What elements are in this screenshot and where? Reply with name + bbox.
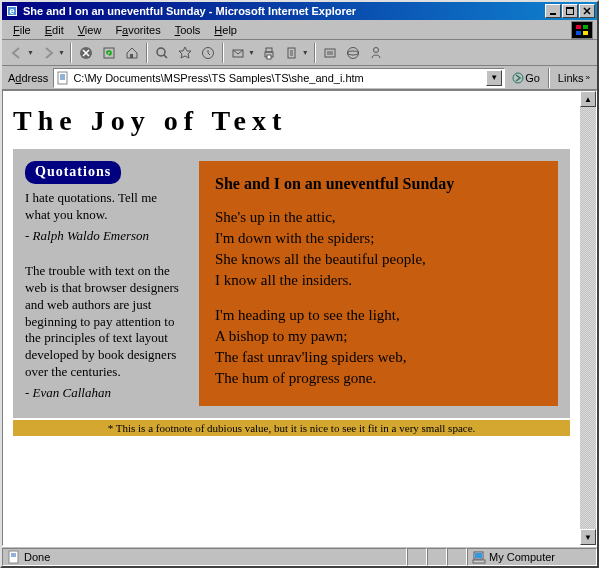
history-button[interactable] <box>197 42 219 64</box>
back-dropdown[interactable]: ▼ <box>27 49 36 56</box>
menu-view[interactable]: View <box>71 22 109 38</box>
stop-button[interactable] <box>75 42 97 64</box>
svg-point-20 <box>347 47 358 58</box>
poem-line: A bishop to my pawn; <box>215 326 542 347</box>
scroll-down-button[interactable]: ▼ <box>580 529 596 545</box>
address-dropdown[interactable]: ▼ <box>486 70 502 86</box>
favorites-button[interactable] <box>174 42 196 64</box>
svg-rect-25 <box>9 551 18 563</box>
zone-text: My Computer <box>489 551 555 563</box>
page-heading: The Joy of Text <box>13 105 570 137</box>
toolbar-separator <box>70 43 72 63</box>
go-button[interactable]: Go <box>508 68 543 88</box>
page-content: The Joy of Text Quotations I hate quotat… <box>3 91 580 545</box>
toolbar-separator <box>146 43 148 63</box>
address-value: C:\My Documents\MSPress\TS Samples\TS\sh… <box>73 72 363 84</box>
svg-rect-11 <box>130 54 133 58</box>
content-block: Quotations I hate quotations. Tell me wh… <box>13 149 570 418</box>
window-frame: e She and I on an uneventful Sunday - Mi… <box>0 0 599 568</box>
svg-rect-4 <box>566 7 574 9</box>
footnote: * This is a footnote of dubious value, b… <box>13 420 570 436</box>
poem-line: I'm heading up to see the light, <box>215 305 542 326</box>
address-label: Address <box>6 72 50 84</box>
status-pane: Done <box>2 548 407 566</box>
poem-line: She knows all the beautiful people, <box>215 249 542 270</box>
svg-rect-27 <box>475 553 482 558</box>
poem-line: The fast unrav'ling spiders web, <box>215 347 542 368</box>
svg-point-21 <box>347 51 358 55</box>
scroll-up-button[interactable]: ▲ <box>580 91 596 107</box>
discuss-button[interactable] <box>319 42 341 64</box>
svg-rect-28 <box>473 560 485 563</box>
toolbar-separator <box>314 43 316 63</box>
mail-button[interactable] <box>227 42 249 64</box>
menu-file[interactable]: File <box>6 22 38 38</box>
svg-rect-2 <box>550 13 556 15</box>
poem-line: She's up in the attic, <box>215 207 542 228</box>
go-icon <box>511 71 525 85</box>
page-icon <box>7 550 21 564</box>
status-bar: Done My Computer <box>2 546 597 566</box>
svg-text:e: e <box>9 6 14 16</box>
minimize-button[interactable] <box>545 4 561 18</box>
edit-button[interactable] <box>281 42 303 64</box>
edit-dropdown[interactable]: ▼ <box>302 49 311 56</box>
svg-rect-7 <box>576 31 581 35</box>
poem-line: The hum of progress gone. <box>215 368 542 389</box>
poem-line: I'm down with the spiders; <box>215 228 542 249</box>
address-bar: Address C:\My Documents\MSPress\TS Sampl… <box>2 66 597 90</box>
content-area: The Joy of Text Quotations I hate quotat… <box>2 90 597 546</box>
svg-point-24 <box>513 73 523 83</box>
related-button[interactable] <box>342 42 364 64</box>
menu-edit[interactable]: Edit <box>38 22 71 38</box>
computer-icon <box>472 550 486 564</box>
chevron-right-icon: » <box>586 73 590 82</box>
back-button[interactable] <box>6 42 28 64</box>
toolbar-separator <box>548 68 550 88</box>
toolbar-separator <box>222 43 224 63</box>
status-pane-2 <box>407 548 427 566</box>
page-icon <box>56 71 70 85</box>
vertical-scrollbar[interactable]: ▲ ▼ <box>580 91 596 545</box>
zone-pane: My Computer <box>467 548 597 566</box>
close-button[interactable] <box>579 4 595 18</box>
svg-point-12 <box>157 48 165 56</box>
forward-dropdown[interactable]: ▼ <box>58 49 67 56</box>
quote-author: - Ralph Waldo Emerson <box>25 228 185 245</box>
mail-dropdown[interactable]: ▼ <box>248 49 257 56</box>
svg-rect-16 <box>266 48 272 52</box>
quotations-badge: Quotations <box>25 161 121 184</box>
svg-point-22 <box>373 47 378 52</box>
svg-rect-19 <box>325 49 335 57</box>
svg-rect-5 <box>576 25 581 29</box>
maximize-button[interactable] <box>562 4 578 18</box>
search-button[interactable] <box>151 42 173 64</box>
poem-line: I know all the insiders. <box>215 270 542 291</box>
window-controls <box>545 4 595 18</box>
window-title: She and I on an uneventful Sunday - Micr… <box>23 5 545 17</box>
refresh-button[interactable] <box>98 42 120 64</box>
home-button[interactable] <box>121 42 143 64</box>
menu-help[interactable]: Help <box>207 22 244 38</box>
menu-favorites[interactable]: Favorites <box>108 22 167 38</box>
quote-author: - Evan Callahan <box>25 385 185 402</box>
svg-rect-8 <box>583 31 588 35</box>
scroll-track[interactable] <box>580 107 596 529</box>
menu-tools[interactable]: Tools <box>168 22 208 38</box>
poem-box: She and I on an uneventful Sunday She's … <box>199 161 558 406</box>
menu-bar: File Edit View Favorites Tools Help <box>2 20 597 40</box>
svg-rect-6 <box>583 25 588 29</box>
svg-rect-23 <box>58 72 67 84</box>
print-button[interactable] <box>258 42 280 64</box>
status-pane-4 <box>447 548 467 566</box>
quote-text: I hate quotations. Tell me what you know… <box>25 190 185 224</box>
forward-button[interactable] <box>37 42 59 64</box>
quote-text: The trouble with text on the web is that… <box>25 263 185 381</box>
messenger-button[interactable] <box>365 42 387 64</box>
title-bar: e She and I on an uneventful Sunday - Mi… <box>2 2 597 20</box>
links-button[interactable]: Links » <box>555 72 593 84</box>
svg-rect-17 <box>267 55 271 59</box>
ie-logo <box>571 21 593 39</box>
toolbar: ▼ ▼ ▼ ▼ <box>2 40 597 66</box>
address-input[interactable]: C:\My Documents\MSPress\TS Samples\TS\sh… <box>53 68 505 88</box>
